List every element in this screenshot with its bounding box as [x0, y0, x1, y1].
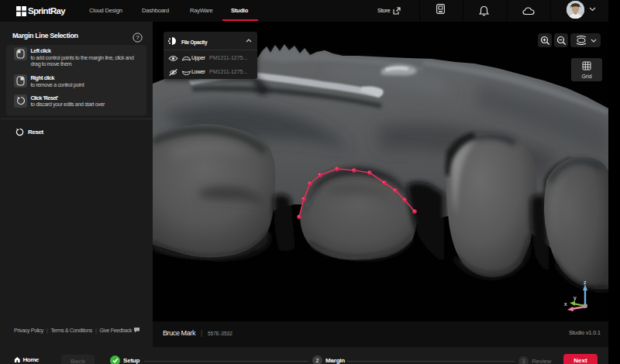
svg-text:x: x [564, 301, 567, 307]
svg-text:z: z [584, 280, 587, 285]
svg-text:?: ? [136, 34, 140, 41]
svg-text:y: y [574, 295, 577, 301]
